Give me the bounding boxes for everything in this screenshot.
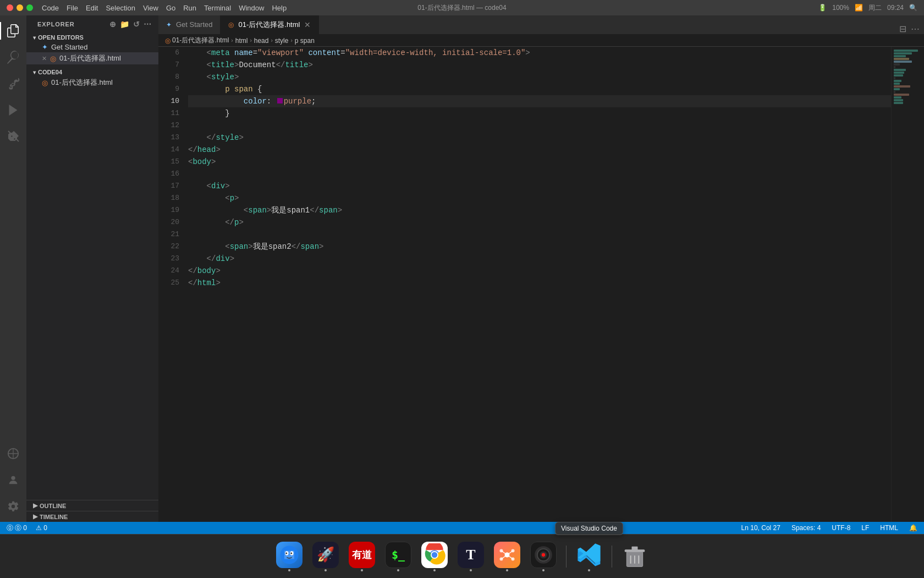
- trash-icon: [622, 543, 648, 570]
- refresh-icon[interactable]: ↺: [133, 20, 140, 29]
- dock-terminal[interactable]: $_: [382, 541, 414, 572]
- menu-view[interactable]: View: [143, 4, 158, 12]
- rocket-typist-dot: [324, 569, 327, 571]
- outline-panel-header[interactable]: ▶ OUTLINE: [26, 500, 158, 511]
- svg-point-9: [432, 552, 438, 558]
- line-num-23: 23: [158, 253, 179, 265]
- open-editor-html-file[interactable]: ✕ ◎ 01-后代选择器.html: [26, 52, 158, 64]
- svg-point-17: [512, 557, 515, 560]
- code-editor[interactable]: 6 7 8 9 10 11 12 13 14 15 16 17 18 19 20…: [158, 47, 924, 522]
- new-folder-icon[interactable]: 📁: [120, 20, 130, 29]
- breadcrumb-file[interactable]: ◎ 01-后代选择器.html: [165, 36, 229, 45]
- breadcrumb-head-label: head: [254, 37, 269, 45]
- tab-close-button[interactable]: ✕: [304, 20, 311, 29]
- menu-code[interactable]: Code: [42, 4, 59, 12]
- code-line-12: [188, 119, 891, 132]
- finder-dot: [288, 569, 290, 571]
- minimap[interactable]: [891, 47, 924, 522]
- new-file-icon[interactable]: ⊕: [109, 20, 117, 29]
- file-close-icon[interactable]: ✕: [42, 55, 47, 62]
- menu-go[interactable]: Go: [166, 4, 175, 12]
- dock-typora[interactable]: T: [455, 541, 487, 572]
- tab-html-file[interactable]: ◎ 01-后代选择器.html ✕: [221, 15, 319, 34]
- timeline-panel-header[interactable]: ▶ TIMELINE: [26, 511, 158, 522]
- status-spaces[interactable]: Spaces: 4: [789, 524, 823, 532]
- open-editors-label[interactable]: ▾ OPEN EDITORS: [26, 32, 158, 42]
- dock-finder[interactable]: [273, 541, 305, 572]
- activity-run[interactable]: [0, 97, 26, 123]
- line-num-12: 12: [158, 119, 179, 132]
- error-count: ⓪ 0: [15, 524, 27, 533]
- window-title: 01-后代选择器.html — code04: [417, 3, 506, 13]
- tab-get-started[interactable]: ✦ Get Started: [158, 15, 221, 34]
- minimap-content: [892, 47, 924, 107]
- split-editor-icon[interactable]: ⊟: [899, 24, 906, 34]
- app-body: EXPLORER ⊕ 📁 ↺ ⋯ ▾ OPEN EDITORS ✦ Get St…: [0, 15, 924, 522]
- status-warnings[interactable]: ⚠ 0: [34, 524, 50, 532]
- collapse-icon[interactable]: ⋯: [144, 20, 152, 29]
- battery-level: 100%: [832, 4, 849, 12]
- line-num-15: 15: [158, 156, 179, 168]
- code04-html-file[interactable]: ◎ 01-后代选择器.html: [26, 77, 158, 89]
- activity-bar-bottom: [0, 440, 26, 520]
- menu-file[interactable]: File: [67, 4, 78, 12]
- menu-run[interactable]: Run: [183, 4, 196, 12]
- code-line-9: p span {: [188, 83, 891, 95]
- dock-mindnode[interactable]: [491, 541, 523, 572]
- settings-icon[interactable]: [0, 493, 26, 520]
- editor-area: ✦ Get Started ◎ 01-后代选择器.html ✕ ⊟ ⋯ ◎ 01…: [158, 15, 924, 522]
- activity-source-control[interactable]: [0, 70, 26, 97]
- more-actions-icon[interactable]: ⋯: [911, 24, 920, 34]
- dock-trash[interactable]: [619, 541, 651, 572]
- line-num-17: 17: [158, 180, 179, 192]
- status-eol[interactable]: LF: [859, 524, 871, 532]
- minimize-button[interactable]: [16, 4, 23, 11]
- breadcrumb-selector[interactable]: p span: [295, 37, 315, 45]
- activity-search[interactable]: [0, 44, 26, 70]
- dock-chrome[interactable]: [419, 541, 450, 572]
- dock-obs[interactable]: [527, 541, 559, 572]
- open-editors-title: OPEN EDITORS: [38, 34, 84, 41]
- breadcrumb-head[interactable]: head: [254, 37, 269, 45]
- breadcrumb: ◎ 01-后代选择器.html › html › head › style › …: [158, 35, 924, 47]
- open-editor-get-started[interactable]: ✦ Get Started: [26, 42, 158, 52]
- code-content[interactable]: < meta name = "viewport" content = "widt…: [186, 47, 891, 522]
- color-swatch-purple[interactable]: [277, 98, 283, 103]
- menu-window[interactable]: Window: [239, 4, 264, 12]
- code-line-6: < meta name = "viewport" content = "widt…: [188, 47, 891, 59]
- line-num-16: 16: [158, 168, 179, 180]
- breadcrumb-style[interactable]: style: [275, 37, 289, 45]
- code04-label[interactable]: ▾ CODE04: [26, 67, 158, 77]
- search-icon[interactable]: 🔍: [909, 4, 917, 12]
- menu-selection[interactable]: Selection: [106, 4, 135, 12]
- close-button[interactable]: [7, 4, 13, 11]
- status-errors[interactable]: ⓪ ⓪ 0: [4, 524, 29, 533]
- status-notification[interactable]: 🔔: [907, 524, 920, 532]
- activity-explorer[interactable]: [0, 18, 26, 44]
- dock-vscode[interactable]: Visual Studio Code: [573, 541, 605, 572]
- status-language[interactable]: HTML: [878, 524, 900, 532]
- code-line-10: color : purple ;: [188, 95, 891, 107]
- menu-help[interactable]: Help: [272, 4, 287, 12]
- status-cursor[interactable]: Ln 10, Col 27: [739, 524, 783, 532]
- status-encoding[interactable]: UTF-8: [829, 524, 853, 532]
- dock-youdao[interactable]: 有道: [346, 541, 378, 572]
- svg-point-18: [500, 557, 503, 560]
- code04-html-label: 01-后代选择器.html: [51, 78, 113, 88]
- line-num-13: 13: [158, 132, 179, 144]
- cursor-position: Ln 10, Col 27: [741, 524, 780, 532]
- eol-label: LF: [861, 524, 869, 532]
- dock-rocket-typist[interactable]: 🚀: [310, 541, 342, 572]
- menu-terminal[interactable]: Terminal: [204, 4, 231, 12]
- svg-point-16: [500, 549, 503, 552]
- account-icon[interactable]: [0, 467, 26, 493]
- maximize-button[interactable]: [26, 4, 33, 11]
- remote-icon[interactable]: [0, 440, 26, 467]
- typora-dot: [470, 569, 472, 571]
- code-line-15: < body >: [188, 156, 891, 168]
- breadcrumb-html[interactable]: html: [235, 37, 248, 45]
- menu-edit[interactable]: Edit: [86, 4, 98, 12]
- breadcrumb-sep-2: ›: [250, 37, 251, 43]
- activity-extensions[interactable]: [0, 123, 26, 150]
- line-num-9: 9: [158, 83, 179, 95]
